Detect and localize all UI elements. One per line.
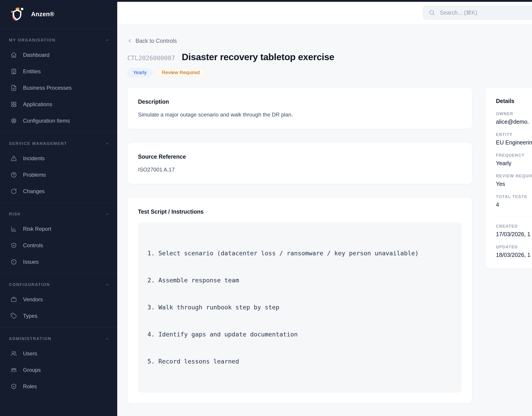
sidebar-item-label: Groups [23, 367, 41, 373]
divider [0, 132, 117, 132]
circle-help-icon [10, 172, 17, 178]
shield-check-icon [10, 242, 17, 249]
users-icon [10, 350, 17, 357]
source-reference-text: ISO27001 A.17 [138, 166, 462, 173]
sidebar-item-roles[interactable]: Roles [0, 378, 117, 395]
app-window: Anzen® MY ORGANISATION Dashboard Entitie… [0, 0, 532, 416]
section-header-my-organisation[interactable]: MY ORGANISATION [9, 38, 110, 43]
review-required-badge: Review Required [156, 68, 205, 77]
search-icon [428, 9, 435, 16]
test-script-line: 3. Walk through runbook step by step [147, 303, 452, 312]
sidebar-item-changes[interactable]: Changes [0, 183, 117, 199]
chevron-up-icon [105, 212, 110, 217]
sidebar-item-label: Problems [23, 172, 46, 178]
chevron-up-icon [105, 142, 110, 146]
back-link-label: Back to Controls [135, 38, 177, 44]
description-text: Simulate a major outage scenario and wal… [138, 111, 462, 118]
sidebar-item-label: Incidents [23, 155, 45, 161]
section-header-service-management[interactable]: SERVICE MANAGEMENT [9, 141, 110, 146]
divider [0, 203, 117, 203]
detail-field-review-required: REVIEW REQUIRED Yes [496, 174, 532, 187]
sidebar-item-issues[interactable]: Issues [0, 254, 117, 270]
detail-label: UPDATED [496, 245, 532, 249]
detail-value: 17/03/2026, 1 [496, 231, 532, 237]
sidebar-item-dashboard[interactable]: Dashboard [0, 47, 117, 63]
divider [496, 217, 532, 217]
sidebar-item-label: Controls [23, 242, 43, 249]
window-top-edge [0, 0, 532, 2]
sidebar: Anzen® MY ORGANISATION Dashboard Entitie… [0, 0, 117, 416]
title-row: CTL2026000007 Disaster recovery tabletop… [127, 52, 532, 62]
section-header-configuration[interactable]: CONFIGURATION [9, 282, 110, 287]
detail-field-owner: OWNER alice@demo. [496, 112, 532, 125]
topbar [117, 0, 532, 25]
test-script-code-block: 1. Select scenario (datacenter loss / ra… [138, 222, 462, 393]
user-group-icon [10, 367, 17, 373]
section-header-administration[interactable]: ADMINISTRATION [9, 336, 110, 341]
search-input[interactable] [439, 9, 525, 16]
control-detail-page: Back to Controls CTL2026000007 Disaster … [117, 25, 532, 416]
tag-icon [10, 313, 17, 319]
sidebar-nav: MY ORGANISATION Dashboard Entities Busin… [0, 29, 117, 416]
sidebar-item-users[interactable]: Users [0, 345, 117, 362]
anzen-shield-logo-icon [11, 8, 23, 21]
test-script-card: Test Script / Instructions 1. Select sce… [127, 197, 472, 404]
home-icon [10, 52, 17, 58]
chevron-up-icon [105, 38, 110, 43]
divider [0, 327, 117, 327]
circle-alert-icon [10, 259, 17, 265]
card-heading: Description [138, 98, 462, 105]
detail-label: TOTAL TESTS [496, 194, 532, 199]
frequency-badge: Yearly [127, 68, 152, 77]
sidebar-item-label: Entities [23, 68, 41, 75]
sidebar-item-groups[interactable]: Groups [0, 362, 117, 378]
sidebar-item-configuration-items[interactable]: Configuration Items [0, 113, 117, 129]
sidebar-item-business-processes[interactable]: Business Processes [0, 80, 117, 96]
sidebar-item-incidents[interactable]: Incidents [0, 150, 117, 167]
sidebar-item-risk-report[interactable]: Risk Report [0, 221, 117, 237]
sidebar-item-label: Applications [23, 101, 52, 107]
file-chart-icon [10, 85, 17, 91]
main-area: Back to Controls CTL2026000007 Disaster … [117, 0, 532, 416]
brand-name: Anzen® [31, 11, 54, 18]
chevron-up-icon [105, 283, 110, 287]
chart-column-icon [10, 226, 17, 232]
sidebar-item-label: Types [23, 313, 38, 319]
detail-label: REVIEW REQUIRED [496, 174, 532, 179]
section-header-risk[interactable]: RISK [9, 212, 110, 217]
sidebar-item-label: Issues [23, 259, 38, 265]
sidebar-item-applications[interactable]: Applications [0, 96, 117, 113]
section-title-label: RISK [9, 212, 21, 217]
detail-value: alice@demo. [496, 119, 532, 125]
divider [0, 273, 117, 273]
sidebar-item-label: Changes [23, 188, 45, 194]
building-icon [10, 68, 17, 75]
chevron-up-icon [105, 337, 110, 341]
detail-value: Yearly [496, 160, 532, 167]
sidebar-item-label: Risk Report [23, 226, 51, 232]
test-script-line: 4. Identify gaps and update documentatio… [147, 330, 452, 339]
chevron-left-icon [127, 38, 132, 43]
section-title-label: MY ORGANISATION [9, 38, 56, 43]
test-script-line: 2. Assemble response team [147, 276, 452, 285]
brand-logo-row[interactable]: Anzen® [0, 0, 117, 29]
briefcase-icon [10, 296, 17, 303]
sidebar-item-label: Configuration Items [23, 118, 70, 124]
sidebar-item-entities[interactable]: Entities [0, 63, 117, 80]
page-title: Disaster recovery tabletop exercise [182, 52, 334, 62]
sidebar-item-controls[interactable]: Controls [0, 237, 117, 254]
sidebar-item-vendors[interactable]: Vendors [0, 291, 117, 308]
sidebar-item-label: Users [23, 350, 37, 357]
global-search[interactable] [423, 5, 532, 20]
sidebar-item-types[interactable]: Types [0, 308, 117, 324]
test-script-line: 5. Record lessons learned [147, 357, 452, 366]
source-reference-card: Source Reference ISO27001 A.17 [127, 142, 472, 184]
sidebar-item-problems[interactable]: Problems [0, 167, 117, 183]
badge-row: Yearly Review Required [127, 68, 532, 77]
detail-field-total-tests: TOTAL TESTS 4 [496, 194, 532, 208]
card-heading: Test Script / Instructions [138, 208, 462, 215]
detail-field-updated: UPDATED 18/03/2026, 1 [496, 245, 532, 258]
back-to-controls-link[interactable]: Back to Controls [127, 38, 177, 44]
detail-label: ENTITY [496, 132, 532, 137]
detail-field-entity: ENTITY EU Engineering [496, 132, 532, 146]
